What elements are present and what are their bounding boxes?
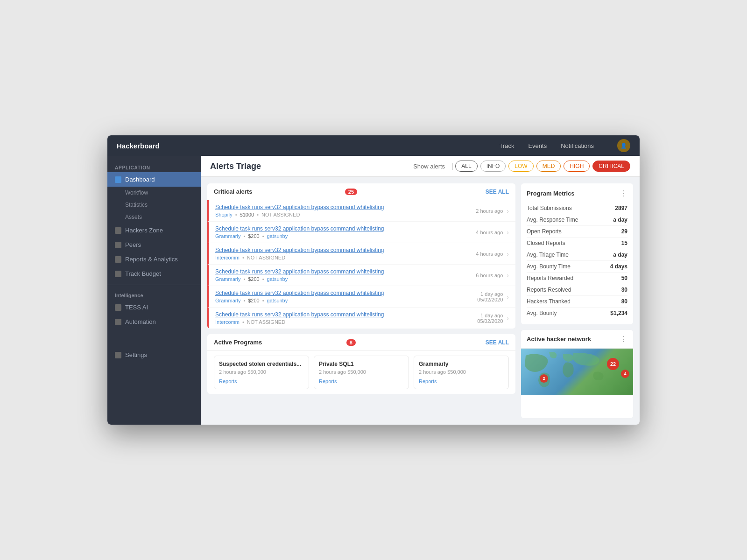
alert-info: Schedule task runs serv32 application by… — [215, 290, 465, 303]
alert-company: Intercomm — [215, 255, 240, 260]
alert-assigned: NOT ASSIGNED — [247, 319, 285, 325]
alert-time: 1 day ago 05/02/2020 — [465, 313, 503, 324]
alert-assigned: NOT ASSIGNED — [261, 212, 300, 217]
map-header: Active hacker network ⋮ — [521, 330, 633, 349]
sidebar-item-workflow[interactable]: Workflow — [107, 187, 201, 199]
alert-amount: $200 — [248, 233, 259, 239]
critical-alerts-section: Critical alerts 25 SEE ALL Schedule task… — [207, 183, 515, 329]
nav-track[interactable]: Track — [499, 142, 514, 149]
alert-title[interactable]: Schedule task runs serv32 application by… — [215, 225, 465, 232]
metric-value: 29 — [621, 228, 627, 235]
programs-cards: Suspected stolen credentials... 2 hours … — [207, 351, 515, 394]
alert-title[interactable]: Schedule task runs serv32 application by… — [215, 268, 465, 275]
map-badge-large: 22 — [607, 358, 619, 370]
world-map-svg — [521, 349, 633, 395]
metric-value: 2897 — [615, 205, 627, 211]
chevron-right-icon[interactable]: › — [507, 293, 509, 301]
program-card-meta: 2 hours ago $50,000 — [419, 369, 504, 375]
sidebar-item-automation[interactable]: Automation — [107, 315, 201, 329]
sidebar-item-reports[interactable]: Reports & Analytics — [107, 252, 201, 266]
more-options-icon[interactable]: ⋮ — [620, 335, 627, 343]
programs-see-all[interactable]: SEE ALL — [486, 339, 509, 346]
chevron-right-icon[interactable]: › — [507, 272, 509, 279]
alert-info: Schedule task runs serv32 application by… — [215, 225, 465, 239]
top-nav-links: Track Events Notifications 👤 — [499, 139, 630, 152]
sidebar-item-statistics[interactable]: Statistics — [107, 199, 201, 211]
metric-value: 80 — [621, 298, 627, 305]
sidebar-item-assets[interactable]: Assets — [107, 211, 201, 223]
program-card: Private SQL1 2 hours ago $50,000 Reports — [314, 356, 409, 389]
metric-row-avg-bounty: Avg. Bounty $1,234 — [527, 308, 627, 319]
metric-row-open-reports: Open Reports 29 — [527, 226, 627, 238]
program-card-name: Grammarly — [419, 361, 504, 367]
show-alerts-label: Show alerts — [413, 163, 445, 170]
critical-alerts-see-all[interactable]: SEE ALL — [486, 189, 509, 195]
metric-row-reports-rewarded: Reports Rewarded 50 — [527, 273, 627, 284]
metric-value: $1,234 — [610, 310, 627, 316]
programs-header: Active Programs 8 SEE ALL — [207, 334, 515, 351]
alert-title[interactable]: Schedule task runs serv32 application by… — [215, 204, 465, 210]
filter-info[interactable]: INFO — [480, 161, 506, 172]
alert-title[interactable]: Schedule task runs serv32 application by… — [215, 311, 465, 318]
alert-meta: Grammarly • $200 • gatsunby — [215, 298, 465, 303]
program-card-footer[interactable]: Reports — [319, 378, 404, 384]
alert-assigned: gatsunby — [267, 276, 288, 282]
alert-time: 6 hours ago — [465, 273, 503, 278]
more-options-icon[interactable]: ⋮ — [620, 189, 627, 198]
program-card-footer[interactable]: Reports — [219, 378, 304, 384]
sidebar-item-settings[interactable]: Settings — [107, 348, 201, 362]
program-card-footer[interactable]: Reports — [419, 378, 504, 384]
filter-buttons: ALL INFO LOW MED HIGH CRITICAL — [455, 161, 630, 172]
metric-label: Hackers Thanked — [527, 298, 571, 305]
filter-critical[interactable]: CRITICAL — [592, 161, 630, 172]
alert-meta: Shopify • $1000 • NOT ASSIGNED — [215, 212, 465, 217]
sidebar-item-track-budget[interactable]: Track Budget — [107, 266, 201, 281]
program-card-meta: 2 hours ago $50,000 — [319, 369, 404, 375]
metric-label: Avg. Bounty — [527, 310, 557, 316]
metric-row-avg-response: Avg. Response Time a day — [527, 214, 627, 226]
metric-label: Open Reports — [527, 228, 562, 235]
alert-amount: $1000 — [240, 212, 254, 217]
program-card-name: Suspected stolen credentials... — [219, 361, 304, 367]
app-window: Hackerboard Track Events Notifications 👤… — [107, 135, 640, 425]
critical-alerts-badge: 25 — [345, 189, 357, 195]
sidebar-item-hackers-zone[interactable]: Hackers Zone — [107, 223, 201, 238]
metric-value: 4 days — [610, 263, 627, 270]
filter-low[interactable]: LOW — [508, 161, 533, 172]
metric-label: Avg. Bounty Time — [527, 263, 571, 270]
filter-separator: | — [451, 162, 453, 170]
tess-ai-icon — [115, 304, 121, 311]
brand-logo: Hackerboard — [117, 142, 499, 150]
filter-high[interactable]: HIGH — [564, 161, 590, 172]
user-avatar[interactable]: 👤 — [617, 139, 630, 152]
alert-row: Schedule task runs serv32 application by… — [207, 222, 515, 243]
programs-title: Active Programs — [214, 339, 344, 346]
filter-all[interactable]: ALL — [455, 161, 477, 172]
chevron-right-icon[interactable]: › — [507, 315, 509, 322]
nav-notifications[interactable]: Notifications — [561, 142, 594, 149]
metric-value: 50 — [621, 275, 627, 281]
sidebar-item-peers[interactable]: Peers — [107, 238, 201, 252]
alert-title[interactable]: Schedule task runs serv32 application by… — [215, 290, 465, 296]
program-card-name: Private SQL1 — [319, 361, 404, 367]
alert-time: 4 hours ago — [465, 230, 503, 235]
chevron-right-icon[interactable]: › — [507, 250, 509, 258]
alert-company: Grammarly — [215, 298, 240, 303]
filter-med[interactable]: MED — [536, 161, 561, 172]
sidebar-item-dashboard[interactable]: Dashboard — [107, 172, 201, 187]
sidebar-item-tess-ai[interactable]: TESS AI — [107, 300, 201, 315]
critical-alerts-title: Critical alerts — [214, 188, 342, 195]
alert-row: Schedule task runs serv32 application by… — [207, 243, 515, 265]
chevron-right-icon[interactable]: › — [507, 207, 509, 215]
map-badge-small: 4 — [621, 370, 629, 378]
program-card: Grammarly 2 hours ago $50,000 Reports — [414, 356, 509, 389]
metric-row-hackers-thanked: Hackers Thanked 80 — [527, 296, 627, 308]
chevron-right-icon[interactable]: › — [507, 229, 509, 236]
alert-info: Schedule task runs serv32 application by… — [215, 268, 465, 282]
alert-title[interactable]: Schedule task runs serv32 application by… — [215, 247, 465, 253]
metric-label: Reports Resolved — [527, 287, 571, 293]
metric-row-total-submissions: Total Submissions 2897 — [527, 203, 627, 214]
nav-events[interactable]: Events — [528, 142, 547, 149]
metric-label: Total Submissions — [527, 205, 572, 211]
sidebar-divider — [107, 285, 201, 285]
